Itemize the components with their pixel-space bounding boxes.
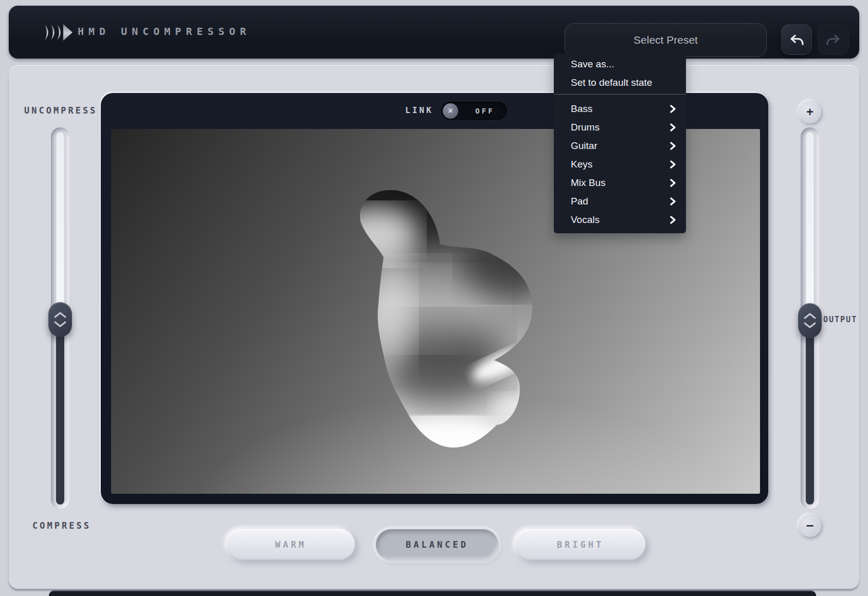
- x-icon: ×: [448, 106, 453, 116]
- menu-item-keys[interactable]: Keys: [554, 155, 686, 174]
- output-label: OUTPUT: [823, 315, 857, 324]
- menu-item-drums[interactable]: Drums: [554, 118, 686, 137]
- redo-button[interactable]: [818, 24, 849, 55]
- menu-item-pad[interactable]: Pad: [554, 192, 686, 211]
- hmd-logo-icon: [43, 23, 81, 42]
- menu-item-label: Save as...: [571, 59, 614, 69]
- chevron-right-icon: [668, 160, 677, 169]
- menu-divider: [554, 94, 686, 95]
- output-increase-button[interactable]: +: [799, 101, 821, 123]
- menu-item-bass[interactable]: Bass: [554, 100, 686, 118]
- link-label: LINK: [405, 105, 433, 115]
- menu-item-label: Pad: [571, 196, 588, 207]
- uncompress-slider-fill: [56, 320, 64, 505]
- menu-item-label: Mix Bus: [571, 177, 606, 188]
- chevron-up-icon: [803, 312, 817, 320]
- tone-button-label: BRIGHT: [557, 539, 604, 550]
- chevron-right-icon: [668, 123, 677, 132]
- chevron-right-icon: [668, 142, 677, 150]
- menu-item-mix-bus[interactable]: Mix Bus: [554, 174, 686, 192]
- menu-item-label: Bass: [571, 103, 592, 114]
- tone-button-warm[interactable]: WARM: [227, 529, 355, 560]
- select-preset-button[interactable]: Select Preset: [565, 23, 767, 57]
- chevron-down-icon: [803, 322, 817, 329]
- uncompress-slider-thumb[interactable]: [48, 302, 72, 337]
- app-title: HMD UNCOMPRESSOR: [78, 25, 251, 38]
- background-window-edge: [49, 590, 816, 596]
- chevron-right-icon: [668, 216, 677, 224]
- menu-item-label: Guitar: [571, 140, 598, 151]
- menu-item-guitar[interactable]: Guitar: [554, 137, 686, 155]
- chevron-right-icon: [668, 105, 677, 113]
- chevron-up-icon: [53, 311, 67, 319]
- menu-item-set-default[interactable]: Set to default state: [554, 73, 686, 92]
- select-preset-label: Select Preset: [634, 34, 698, 46]
- menu-item-label: Drums: [571, 122, 600, 133]
- tone-button-balanced[interactable]: BALANCED: [376, 529, 498, 560]
- menu-item-save-as[interactable]: Save as...: [554, 55, 686, 73]
- menu-item-vocals[interactable]: Vocals: [554, 211, 686, 229]
- menu-item-label: Set to default state: [571, 77, 652, 88]
- minus-icon: −: [806, 519, 813, 532]
- tone-button-label: BALANCED: [406, 539, 468, 550]
- chevron-right-icon: [668, 179, 677, 187]
- chevron-right-icon: [668, 197, 677, 206]
- output-slider-thumb[interactable]: [798, 303, 822, 338]
- output-slider-fill: [806, 321, 814, 505]
- tone-button-bright[interactable]: BRIGHT: [515, 529, 645, 560]
- link-toggle-knob: ×: [443, 103, 458, 119]
- undo-icon: [788, 31, 805, 48]
- plus-icon: +: [806, 106, 813, 118]
- menu-item-label: Vocals: [571, 214, 600, 225]
- link-toggle[interactable]: × OFF: [441, 102, 507, 120]
- top-bar: HMD UNCOMPRESSOR Select Preset: [9, 6, 859, 59]
- preset-menu: Save as... Set to default state Bass Dru…: [554, 54, 686, 233]
- undo-button[interactable]: [781, 24, 812, 55]
- output-decrease-button[interactable]: −: [799, 514, 821, 537]
- menu-item-label: Keys: [571, 159, 592, 170]
- tone-button-label: WARM: [275, 539, 306, 550]
- redo-icon: [825, 31, 842, 48]
- plugin-window: HMD UNCOMPRESSOR Select Preset Save as..…: [0, 0, 868, 596]
- link-state-label: OFF: [467, 102, 503, 120]
- chevron-down-icon: [53, 321, 67, 328]
- uncompress-label: UNCOMPRESS: [24, 105, 97, 116]
- compress-label: COMPRESS: [32, 520, 91, 531]
